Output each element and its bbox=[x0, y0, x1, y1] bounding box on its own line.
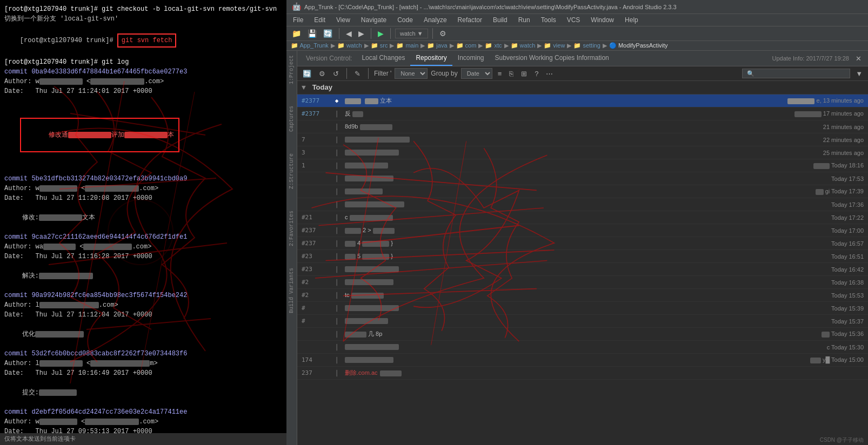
table-row[interactable]: # │ Today 15:37 bbox=[297, 315, 868, 328]
menu-bar[interactable]: File Edit View Navigate Code Analyze Ref… bbox=[286, 14, 868, 26]
commit-time: Today 17:22 bbox=[788, 214, 864, 221]
table-row[interactable]: 237 │ 删除.com.ac bbox=[297, 367, 868, 380]
menu-window[interactable]: Window bbox=[589, 15, 616, 25]
sync-button[interactable]: 🔄 bbox=[321, 28, 335, 39]
table-row[interactable]: │ 几 8p Today 15:36 bbox=[297, 328, 868, 341]
table-row[interactable]: 1 │ Today 18:16 bbox=[297, 159, 868, 172]
table-row[interactable]: 3 │ 25 minutes ago bbox=[297, 146, 868, 159]
bc-file[interactable]: 🔵 ModifyPassActivity bbox=[609, 42, 668, 49]
panel-project[interactable]: 1:Project bbox=[289, 55, 295, 84]
menu-tools[interactable]: Tools bbox=[539, 15, 558, 25]
run-button[interactable]: ▶ bbox=[376, 28, 386, 39]
panel-structure[interactable]: Z:Structure bbox=[289, 153, 295, 189]
bc-app-trunk[interactable]: 📁 App_Trunk bbox=[291, 42, 329, 49]
menu-build[interactable]: Build bbox=[491, 15, 510, 25]
tab-repository[interactable]: Repository bbox=[410, 51, 452, 66]
table-row[interactable]: # │ Today 15:39 bbox=[297, 302, 868, 315]
toolbar-separator-3 bbox=[390, 28, 391, 39]
table-row[interactable]: #237 │ 4 } Today 16:57 bbox=[297, 237, 868, 250]
table-row[interactable]: #2377 ◆ 立本 e, 13 minutes ago bbox=[297, 95, 868, 107]
table-row[interactable]: #21 │ c Today 17:22 bbox=[297, 211, 868, 224]
menu-refactor[interactable]: Refactor bbox=[456, 15, 484, 25]
bc-xtc[interactable]: 📁 xtc bbox=[485, 42, 502, 49]
panel-build-variants[interactable]: Build Variants bbox=[289, 268, 295, 313]
table-row[interactable]: │ gi Today 17:39 bbox=[297, 185, 868, 198]
terminal-panel[interactable]: [root@xtgl207940 trunk]# git checkout -b… bbox=[0, 0, 286, 445]
vc-arrow-button[interactable]: ↺ bbox=[331, 69, 341, 79]
bc-com[interactable]: 📁 com bbox=[456, 42, 477, 49]
commit-msg-box-1: 修改通评加本 bbox=[20, 118, 179, 152]
commit-msg: c bbox=[345, 214, 788, 221]
vc-search-input[interactable] bbox=[742, 69, 850, 78]
commit-author-1: Author: w <.com> bbox=[4, 77, 282, 86]
open-button[interactable]: 📁 bbox=[290, 28, 303, 39]
target-dropdown[interactable]: watch ▼ bbox=[395, 29, 428, 38]
table-row[interactable]: 7 │ 22 minutes ago bbox=[297, 133, 868, 146]
commit-time: 17 minutes ago bbox=[788, 110, 864, 117]
table-row[interactable]: #2 │ Today 16:38 bbox=[297, 276, 868, 289]
panel-captures[interactable]: Captures bbox=[289, 106, 295, 132]
bc-watch2[interactable]: 📁 watch bbox=[511, 42, 536, 49]
menu-edit[interactable]: Edit bbox=[312, 15, 328, 25]
table-row[interactable]: 174 │ y█ Today 15:00 bbox=[297, 354, 868, 367]
bottom-watermark: CSDN @子子移动 bbox=[820, 436, 864, 444]
commit-author-6: Author: w <.com> bbox=[4, 417, 282, 427]
vc-copy-button[interactable]: ⎘ bbox=[507, 69, 516, 79]
table-row[interactable]: │ 8d9b 21 minutes ago bbox=[297, 120, 868, 133]
vc-toolbar-sep-1 bbox=[346, 68, 347, 79]
back-button[interactable]: ◀ bbox=[344, 28, 354, 39]
vc-search-options[interactable]: ▼ bbox=[853, 69, 865, 79]
commit-graph: │ bbox=[329, 240, 345, 247]
settings-button[interactable]: ⚙ bbox=[437, 28, 449, 39]
terminal-bottom-hint: 仅将文本发送到当前连项卡 bbox=[0, 433, 286, 446]
save-button[interactable]: 💾 bbox=[305, 28, 319, 39]
commit-graph: │ bbox=[329, 137, 345, 143]
tab-local-changes[interactable]: Local Changes bbox=[356, 51, 410, 66]
commit-hash-5: commit 53d2fc6b0bccd0883cabc8f2262f73e07… bbox=[4, 349, 282, 359]
commit-msg: 几 8p bbox=[345, 330, 788, 338]
bc-main[interactable]: 📁 main bbox=[396, 42, 418, 49]
table-row[interactable]: │ Today 17:36 bbox=[297, 198, 868, 211]
date-dropdown[interactable]: Date bbox=[461, 68, 492, 79]
forward-button[interactable]: ▶ bbox=[356, 28, 366, 39]
menu-view[interactable]: View bbox=[334, 15, 352, 25]
none-dropdown[interactable]: None bbox=[395, 68, 428, 79]
bc-view[interactable]: 📁 view bbox=[544, 42, 565, 49]
tab-incoming[interactable]: Incoming bbox=[452, 51, 490, 66]
vc-more-button[interactable]: ⋯ bbox=[544, 69, 555, 79]
bc-java[interactable]: 📁 java bbox=[427, 42, 447, 49]
vc-pencil-button[interactable]: ✎ bbox=[352, 69, 363, 79]
table-row[interactable]: │ Today 17:53 bbox=[297, 172, 868, 185]
menu-code[interactable]: Code bbox=[395, 15, 415, 25]
tab-svn-info[interactable]: Subversion Working Copies Information bbox=[490, 51, 615, 66]
menu-help[interactable]: Help bbox=[623, 15, 640, 25]
blank-7 bbox=[4, 320, 282, 329]
bc-src[interactable]: 📁 src bbox=[371, 42, 388, 49]
commit-msg bbox=[345, 163, 788, 169]
menu-analyze[interactable]: Analyze bbox=[422, 15, 449, 25]
table-row[interactable]: │ c Today 15:30 bbox=[297, 341, 868, 354]
commit-msg-1: 修改通评加本 bbox=[4, 106, 282, 164]
vc-list-button[interactable]: ≡ bbox=[496, 69, 504, 79]
table-row[interactable]: #237 │ 2 > Today 17:00 bbox=[297, 224, 868, 237]
bc-setting[interactable]: 📁 setting bbox=[573, 42, 600, 49]
commit-time: Today 15:36 bbox=[788, 331, 864, 338]
commits-list[interactable]: #2377 ◆ 立本 e, 13 minutes ago bbox=[297, 95, 868, 445]
table-row[interactable]: #23 │ Today 16:42 bbox=[297, 263, 868, 276]
commit-id: #237 bbox=[302, 227, 329, 234]
table-row[interactable]: #2377 │ 反 17 minutes ago bbox=[297, 107, 868, 120]
vc-expand-button[interactable]: ⊞ bbox=[519, 69, 529, 79]
vc-refresh-button[interactable]: 🔄 bbox=[301, 69, 313, 79]
bc-watch[interactable]: 📁 watch bbox=[337, 42, 362, 49]
table-row[interactable]: #2 │ tc Today 15:53 bbox=[297, 289, 868, 302]
menu-file[interactable]: File bbox=[291, 15, 305, 25]
vc-close-button[interactable]: ✕ bbox=[853, 53, 864, 64]
menu-vcs[interactable]: VCS bbox=[565, 15, 583, 25]
bc-sep-9: ▶ bbox=[567, 42, 571, 49]
menu-run[interactable]: Run bbox=[516, 15, 532, 25]
panel-favorites[interactable]: 2:Favorites bbox=[289, 211, 295, 246]
menu-navigate[interactable]: Navigate bbox=[359, 15, 389, 25]
vc-settings-button[interactable]: ⚙ bbox=[317, 69, 328, 79]
table-row[interactable]: #23 │ 5 } Today 16:51 bbox=[297, 250, 868, 263]
vc-help-button[interactable]: ? bbox=[532, 69, 540, 79]
